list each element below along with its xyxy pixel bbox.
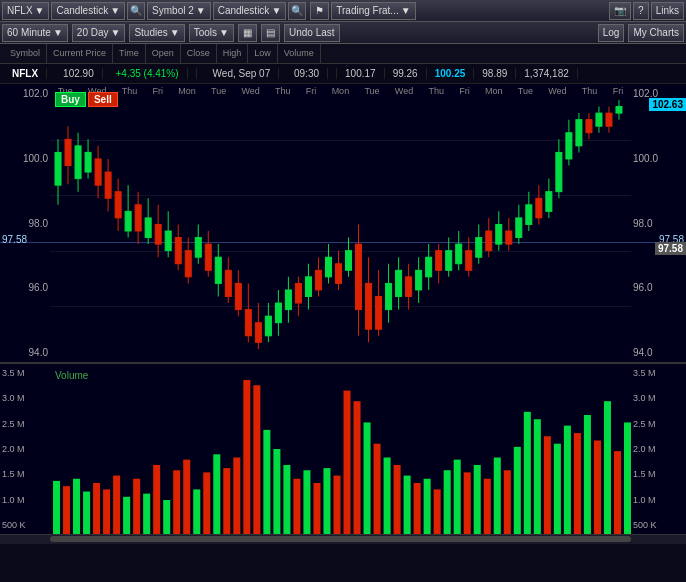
symbol2-dropdown-icon: ▼: [196, 5, 206, 16]
data-row: NFLX 102.90 +4.35 (4.41%) Wed, Sep 07 09…: [0, 64, 686, 84]
svg-rect-29: [195, 238, 201, 258]
low-header-cell: Low: [248, 44, 278, 63]
layout-btn-2[interactable]: ▤: [261, 24, 280, 42]
x-label-fri2: Fri: [306, 86, 317, 96]
help-label: ?: [638, 5, 644, 16]
open-header-label: Open: [152, 49, 174, 58]
svg-rect-118: [93, 483, 100, 534]
svg-rect-1: [55, 152, 61, 185]
help-btn[interactable]: ?: [633, 2, 649, 20]
search-icon-box[interactable]: 🔍: [127, 2, 145, 20]
time-header-cell: Time: [113, 44, 146, 63]
volume-chart: Volume 3.5 M 3.0 M 2.5 M 2.0 M 1.5 M 1.0…: [0, 364, 686, 534]
x-label-wed2: Wed: [241, 86, 259, 96]
svg-rect-37: [235, 283, 241, 309]
svg-rect-139: [303, 470, 310, 534]
x-label-thu3: Thu: [428, 86, 444, 96]
flag-icon-btn[interactable]: ⚑: [310, 2, 329, 20]
timeframe-selector[interactable]: 60 Minute ▼: [2, 24, 68, 42]
svg-rect-49: [295, 283, 301, 303]
symbol-header-cell: Symbol: [4, 44, 47, 63]
x-label-mon3: Mon: [485, 86, 503, 96]
chart-type-2-selector[interactable]: Candlestick ▼: [213, 2, 287, 20]
y-label-102: 102.0: [2, 88, 48, 99]
search-icon-2: 🔍: [291, 5, 303, 16]
svg-rect-79: [446, 251, 452, 271]
data-high: 100.25: [427, 68, 475, 79]
y-label-96: 96.0: [2, 282, 48, 293]
x-label-tue4: Tue: [518, 86, 533, 96]
camera-icon: 📷: [614, 5, 626, 16]
svg-rect-23: [165, 231, 171, 251]
my-charts-btn[interactable]: My Charts: [628, 24, 684, 42]
data-symbol: NFLX: [4, 68, 47, 79]
high-header-label: High: [223, 49, 242, 58]
svg-rect-113: [616, 107, 622, 114]
y-label-100: 100.0: [2, 153, 48, 164]
data-datetime: Wed, Sep 07 09:30: [197, 68, 337, 79]
vol-label-right-3-5m: 3.5 M: [633, 368, 684, 378]
chart-type-1-selector[interactable]: Candlestick ▼: [51, 2, 125, 20]
tools-btn[interactable]: Tools ▼: [189, 24, 234, 42]
undo-last-btn[interactable]: Undo Last: [284, 24, 340, 42]
buy-button[interactable]: Buy: [55, 92, 86, 107]
vol-y-axis-right: 3.5 M 3.0 M 2.5 M 2.0 M 1.5 M 1.0 M 500 …: [631, 364, 686, 534]
svg-rect-55: [325, 257, 331, 277]
trading-dropdown-icon: ▼: [401, 5, 411, 16]
camera-btn[interactable]: 📷: [609, 2, 631, 20]
svg-rect-166: [574, 433, 581, 534]
studies-btn[interactable]: Studies ▼: [129, 24, 184, 42]
data-price: 102.90 +4.35 (4.41%): [47, 68, 196, 79]
symbol2-selector[interactable]: Symbol 2 ▼: [147, 2, 211, 20]
volume-chart-label: Volume: [55, 370, 88, 381]
links-btn[interactable]: Links: [651, 2, 684, 20]
trading-value: Trading Frat...: [336, 5, 398, 16]
svg-rect-163: [544, 436, 551, 534]
svg-rect-61: [356, 244, 362, 310]
svg-rect-81: [456, 244, 462, 264]
svg-rect-43: [265, 316, 271, 336]
svg-rect-148: [394, 465, 401, 534]
svg-rect-129: [203, 472, 210, 534]
y-label-right-98: 98.0: [633, 218, 684, 229]
vol-label-right-2m: 2.0 M: [633, 444, 684, 454]
vol-label-right-3m: 3.0 M: [633, 393, 684, 403]
svg-rect-107: [586, 120, 592, 133]
search-icon-box-2[interactable]: 🔍: [288, 2, 306, 20]
trading-selector[interactable]: Trading Frat... ▼: [331, 2, 415, 20]
layout-btn-1[interactable]: ▦: [238, 24, 257, 42]
x-label-wed3: Wed: [395, 86, 413, 96]
scrollbar-thumb[interactable]: [50, 536, 631, 542]
timeframe-dropdown-icon: ▼: [53, 27, 63, 38]
candlestick-svg: .gc { fill: #00dd44; stroke: #00dd44; } …: [50, 100, 631, 362]
y-label-right-96: 96.0: [633, 282, 684, 293]
svg-rect-35: [225, 270, 231, 296]
svg-rect-39: [245, 310, 251, 336]
svg-rect-63: [366, 283, 372, 329]
svg-rect-154: [454, 460, 461, 534]
toolbar-row2: 60 Minute ▼ 20 Day ▼ Studies ▼ Tools ▼ ▦…: [0, 22, 686, 44]
undo-last-label: Undo Last: [289, 27, 335, 38]
x-label-thu2: Thu: [275, 86, 291, 96]
log-btn[interactable]: Log: [598, 24, 625, 42]
sell-button[interactable]: Sell: [88, 92, 118, 107]
svg-rect-105: [576, 120, 582, 146]
chart-type-1-dropdown-icon: ▼: [110, 5, 120, 16]
svg-rect-71: [406, 277, 412, 297]
svg-rect-160: [514, 447, 521, 534]
time-header-label: Time: [119, 49, 139, 58]
svg-rect-158: [494, 458, 501, 535]
svg-rect-27: [185, 251, 191, 277]
symbol-selector[interactable]: NFLX ▼: [2, 2, 49, 20]
svg-rect-137: [283, 465, 290, 534]
svg-rect-25: [175, 238, 181, 264]
period-selector[interactable]: 20 Day ▼: [72, 24, 126, 42]
period-dropdown-icon: ▼: [111, 27, 121, 38]
x-label-fri3: Fri: [459, 86, 470, 96]
close-header-cell: Close: [181, 44, 217, 63]
svg-rect-114: [53, 481, 60, 534]
horizontal-scrollbar[interactable]: [0, 534, 686, 544]
svg-rect-164: [554, 444, 561, 534]
svg-rect-117: [83, 492, 90, 535]
svg-rect-140: [313, 483, 320, 534]
